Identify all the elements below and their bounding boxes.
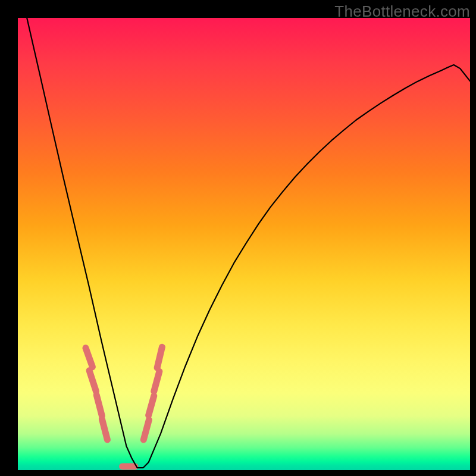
curve-layer — [18, 18, 470, 470]
bottleneck-curve — [27, 18, 470, 468]
marker-segment — [154, 371, 159, 391]
marker-group — [86, 347, 162, 466]
marker-segment — [157, 347, 162, 368]
marker-segment — [89, 371, 96, 392]
chart-frame: TheBottleneck.com — [0, 0, 476, 476]
marker-segment — [149, 396, 154, 415]
plot-area — [18, 18, 470, 470]
marker-segment — [143, 420, 149, 440]
marker-segment — [96, 395, 102, 416]
marker-segment — [102, 419, 107, 440]
marker-segment — [86, 348, 92, 367]
